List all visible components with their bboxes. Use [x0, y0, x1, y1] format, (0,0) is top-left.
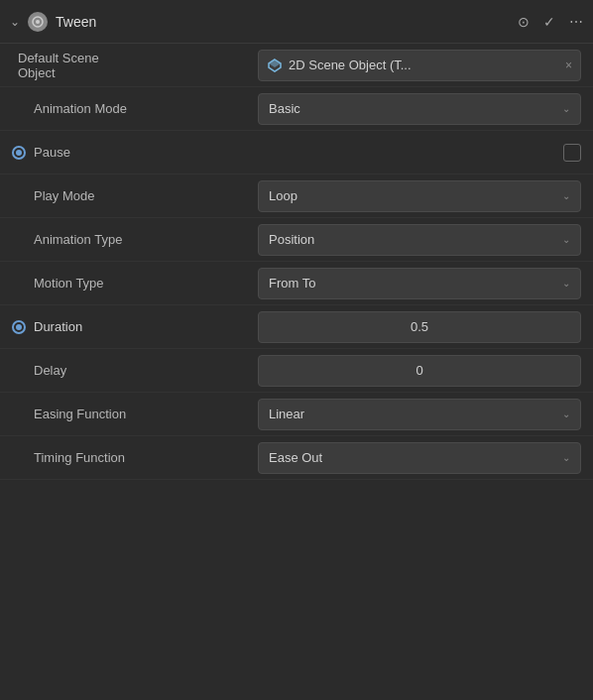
easing-function-row: Easing Function Linear ⌄	[0, 393, 593, 436]
play-mode-dropdown[interactable]: Loop ⌄	[258, 180, 581, 212]
easing-function-dropdown-text: Linear	[269, 407, 304, 421]
default-scene-object-row: Default Scene Object 2D Scene Object (T.…	[0, 44, 593, 87]
animation-type-dropdown[interactable]: Position ⌄	[258, 224, 581, 256]
pause-radio-icon[interactable]	[12, 146, 26, 160]
play-mode-label: Play Mode	[12, 188, 258, 203]
scene-object-text: 2D Scene Object (T...	[289, 58, 559, 72]
animation-mode-dropdown[interactable]: Basic ⌄	[258, 93, 581, 125]
pause-checkbox[interactable]	[563, 144, 581, 162]
timing-function-dropdown[interactable]: Ease Out ⌄	[258, 442, 581, 474]
motion-type-value: From To ⌄	[258, 268, 581, 299]
component-icon	[28, 12, 48, 32]
duration-input[interactable]	[258, 311, 581, 343]
scene-object-field[interactable]: 2D Scene Object (T... ×	[258, 50, 581, 81]
easing-function-value: Linear ⌄	[258, 399, 581, 430]
duration-row: Duration	[0, 305, 593, 349]
motion-type-row: Motion Type From To ⌄	[0, 262, 593, 305]
animation-mode-row: Animation Mode Basic ⌄	[0, 87, 593, 131]
timing-function-row: Timing Function Ease Out ⌄	[0, 436, 593, 480]
scene-object-icon	[267, 58, 283, 73]
component-title: Tween	[56, 14, 96, 30]
animation-mode-value: Basic ⌄	[258, 93, 581, 125]
default-scene-object-label: Default Scene Object	[12, 51, 258, 80]
component-header: ⌄ Tween ⊙ ✓ ⋯	[0, 0, 593, 44]
timing-function-dropdown-text: Ease Out	[269, 450, 322, 465]
easing-function-label: Easing Function	[12, 407, 258, 421]
collapse-chevron-icon[interactable]: ⌄	[10, 15, 20, 29]
animation-type-dropdown-text: Position	[269, 232, 314, 247]
header-right: ⊙ ✓ ⋯	[518, 14, 583, 30]
delay-value	[258, 355, 581, 387]
play-mode-dropdown-text: Loop	[269, 188, 297, 203]
delay-row: Delay	[0, 349, 593, 393]
check-icon[interactable]: ✓	[543, 14, 555, 30]
animation-type-value: Position ⌄	[258, 224, 581, 256]
header-left: ⌄ Tween	[10, 12, 518, 32]
animation-type-row: Animation Type Position ⌄	[0, 218, 593, 262]
motion-type-chevron-icon: ⌄	[562, 278, 570, 289]
motion-type-dropdown-text: From To	[269, 276, 315, 291]
animation-mode-dropdown-text: Basic	[269, 101, 300, 116]
easing-function-dropdown[interactable]: Linear ⌄	[258, 399, 581, 430]
svg-marker-3	[269, 59, 281, 67]
easing-function-chevron-icon: ⌄	[562, 408, 570, 419]
motion-type-dropdown[interactable]: From To ⌄	[258, 268, 581, 299]
duration-radio-dot-inner	[16, 324, 22, 330]
timing-function-chevron-icon: ⌄	[562, 452, 570, 463]
play-mode-row: Play Mode Loop ⌄	[0, 175, 593, 218]
timing-function-value: Ease Out ⌄	[258, 442, 581, 474]
motion-type-label: Motion Type	[12, 276, 258, 291]
animation-type-chevron-icon: ⌄	[562, 234, 570, 245]
pause-radio-dot-inner	[16, 150, 22, 156]
delay-input[interactable]	[258, 355, 581, 387]
animation-mode-label: Animation Mode	[12, 101, 258, 116]
play-mode-chevron-icon: ⌄	[562, 190, 570, 201]
delay-label: Delay	[12, 363, 258, 378]
duration-radio-icon[interactable]	[12, 320, 26, 334]
scene-object-close-icon[interactable]: ×	[565, 58, 572, 72]
animation-mode-chevron-icon: ⌄	[562, 103, 570, 114]
pause-row: Pause	[0, 131, 593, 175]
target-icon[interactable]: ⊙	[518, 14, 530, 30]
duration-value	[258, 311, 581, 343]
svg-point-1	[36, 20, 40, 24]
duration-label: Duration	[34, 319, 82, 334]
timing-function-label: Timing Function	[12, 450, 258, 465]
duration-label-area: Duration	[12, 319, 258, 334]
tween-panel: ⌄ Tween ⊙ ✓ ⋯ Default Scene Object	[0, 0, 593, 480]
play-mode-value: Loop ⌄	[258, 180, 581, 212]
pause-label: Pause	[34, 145, 563, 160]
animation-type-label: Animation Type	[12, 232, 258, 247]
more-icon[interactable]: ⋯	[569, 14, 583, 30]
default-scene-object-value: 2D Scene Object (T... ×	[258, 50, 581, 81]
